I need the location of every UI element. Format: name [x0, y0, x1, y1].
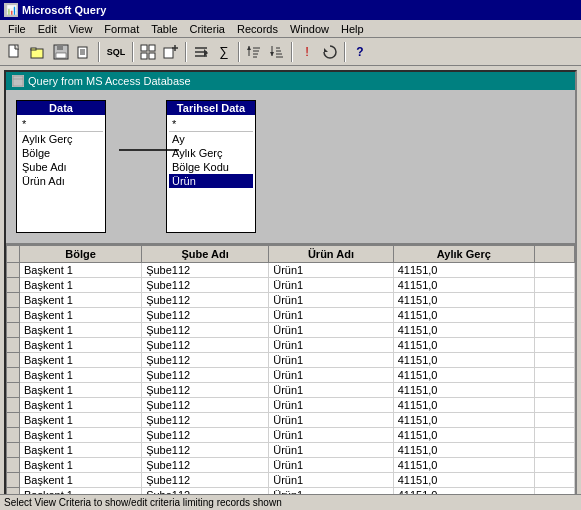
col-urun[interactable]: Ürün Adı: [269, 246, 393, 263]
table-header-row: Bölge Şube Adı Ürün Adı Aylık Gerç: [7, 246, 575, 263]
sort-desc-button[interactable]: [266, 41, 288, 63]
cell-0: Başkent 1: [20, 368, 142, 383]
separator-6: [344, 42, 346, 62]
properties-button[interactable]: [73, 41, 95, 63]
query-icon: [12, 75, 24, 87]
cell-empty: [535, 353, 575, 368]
table-row[interactable]: Başkent 1Şube112Ürün141151,0: [7, 443, 575, 458]
new-button[interactable]: [4, 41, 26, 63]
cell-2: Ürün1: [269, 428, 393, 443]
sql-button[interactable]: SQL: [103, 41, 129, 63]
menu-table[interactable]: Table: [145, 22, 183, 36]
row-selector-header: [7, 246, 20, 263]
table-data[interactable]: Data * Aylık Gerç Bölge Şube Adı Ürün Ad…: [16, 100, 106, 233]
query-button[interactable]: !: [296, 41, 318, 63]
data-table-container[interactable]: Bölge Şube Adı Ürün Adı Aylık Gerç Başke…: [6, 245, 575, 510]
field-data-aylik[interactable]: Aylık Gerç: [19, 132, 103, 146]
table-row[interactable]: Başkent 1Şube112Ürün141151,0: [7, 308, 575, 323]
sum-button[interactable]: ∑: [213, 41, 235, 63]
field-tarihsel-star[interactable]: *: [169, 117, 253, 132]
table-row[interactable]: Başkent 1Şube112Ürün141151,0: [7, 383, 575, 398]
cell-empty: [535, 368, 575, 383]
field-data-star[interactable]: *: [19, 117, 103, 132]
row-selector: [7, 383, 20, 398]
cell-2: Ürün1: [269, 413, 393, 428]
col-aylik[interactable]: Aylık Gerç: [393, 246, 534, 263]
field-tarihsel-aylik[interactable]: Aylık Gerç: [169, 146, 253, 160]
svg-marker-28: [270, 52, 274, 56]
col-empty: [535, 246, 575, 263]
menu-file[interactable]: File: [2, 22, 32, 36]
table-row[interactable]: Başkent 1Şube112Ürün141151,0: [7, 473, 575, 488]
field-tarihsel-urun[interactable]: Ürün: [169, 174, 253, 188]
field-data-urun[interactable]: Ürün Adı: [19, 174, 103, 188]
open-button[interactable]: [27, 41, 49, 63]
table-row[interactable]: Başkent 1Şube112Ürün141151,0: [7, 368, 575, 383]
table-row[interactable]: Başkent 1Şube112Ürün141151,0: [7, 278, 575, 293]
cell-empty: [535, 278, 575, 293]
table-row[interactable]: Başkent 1Şube112Ürün141151,0: [7, 353, 575, 368]
menu-records[interactable]: Records: [231, 22, 284, 36]
separator-3: [185, 42, 187, 62]
criteria-button[interactable]: [190, 41, 212, 63]
diagram-area: Data * Aylık Gerç Bölge Şube Adı Ürün Ad…: [6, 90, 575, 245]
app-icon: 📊: [4, 3, 18, 17]
table-row[interactable]: Başkent 1Şube112Ürün141151,0: [7, 263, 575, 278]
menu-bar: File Edit View Format Table Criteria Rec…: [0, 20, 581, 38]
cell-empty: [535, 308, 575, 323]
menu-view[interactable]: View: [63, 22, 99, 36]
add-table-button[interactable]: [160, 41, 182, 63]
field-tarihsel-bolge[interactable]: Bölge Kodu: [169, 160, 253, 174]
row-selector: [7, 443, 20, 458]
cell-empty: [535, 443, 575, 458]
row-selector: [7, 413, 20, 428]
menu-edit[interactable]: Edit: [32, 22, 63, 36]
refresh-button[interactable]: [319, 41, 341, 63]
cell-2: Ürün1: [269, 383, 393, 398]
cell-0: Başkent 1: [20, 293, 142, 308]
col-sube[interactable]: Şube Adı: [142, 246, 269, 263]
cell-1: Şube112: [142, 323, 269, 338]
cell-3: 41151,0: [393, 323, 534, 338]
table-row[interactable]: Başkent 1Şube112Ürün141151,0: [7, 338, 575, 353]
cell-1: Şube112: [142, 383, 269, 398]
table-row[interactable]: Başkent 1Şube112Ürün141151,0: [7, 413, 575, 428]
field-data-sube[interactable]: Şube Adı: [19, 160, 103, 174]
cell-2: Ürün1: [269, 323, 393, 338]
cell-2: Ürün1: [269, 263, 393, 278]
toolbar: SQL ∑ ! ?: [0, 38, 581, 66]
show-tables-button[interactable]: [137, 41, 159, 63]
sort-asc-button[interactable]: [243, 41, 265, 63]
field-tarihsel-ay[interactable]: Ay: [169, 132, 253, 146]
separator-2: [132, 42, 134, 62]
field-data-bolge[interactable]: Bölge: [19, 146, 103, 160]
table-row[interactable]: Başkent 1Şube112Ürün141151,0: [7, 323, 575, 338]
table-row[interactable]: Başkent 1Şube112Ürün141151,0: [7, 293, 575, 308]
table-row[interactable]: Başkent 1Şube112Ürün141151,0: [7, 428, 575, 443]
svg-rect-2: [31, 48, 36, 50]
menu-window[interactable]: Window: [284, 22, 335, 36]
cell-2: Ürün1: [269, 338, 393, 353]
table-row[interactable]: Başkent 1Şube112Ürün141151,0: [7, 458, 575, 473]
cell-0: Başkent 1: [20, 443, 142, 458]
menu-criteria[interactable]: Criteria: [184, 22, 231, 36]
save-button[interactable]: [50, 41, 72, 63]
menu-help[interactable]: Help: [335, 22, 370, 36]
cell-3: 41151,0: [393, 473, 534, 488]
svg-rect-13: [149, 53, 155, 59]
row-selector: [7, 293, 20, 308]
table-tarihsel[interactable]: Tarihsel Data * Ay Aylık Gerç Bölge Kodu…: [166, 100, 256, 233]
cell-0: Başkent 1: [20, 338, 142, 353]
title-bar: 📊 Microsoft Query: [0, 0, 581, 20]
cell-1: Şube112: [142, 473, 269, 488]
row-selector: [7, 428, 20, 443]
cell-0: Başkent 1: [20, 353, 142, 368]
row-selector: [7, 263, 20, 278]
cell-2: Ürün1: [269, 353, 393, 368]
table-row[interactable]: Başkent 1Şube112Ürün141151,0: [7, 398, 575, 413]
cell-0: Başkent 1: [20, 263, 142, 278]
help-button[interactable]: ?: [349, 41, 371, 63]
menu-format[interactable]: Format: [98, 22, 145, 36]
col-bolge[interactable]: Bölge: [20, 246, 142, 263]
cell-3: 41151,0: [393, 263, 534, 278]
